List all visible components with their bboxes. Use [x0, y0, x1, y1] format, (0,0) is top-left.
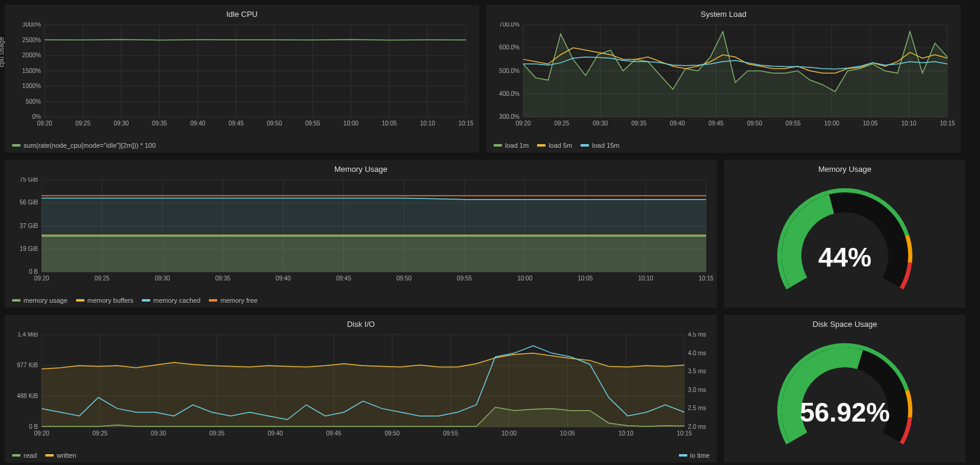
svg-text:10:00: 10:00: [343, 120, 358, 127]
legend-item[interactable]: memory buffers: [76, 297, 133, 304]
svg-text:3.0 ms: 3.0 ms: [688, 387, 706, 393]
svg-text:09:40: 09:40: [268, 430, 283, 437]
panel-title: System Load: [490, 8, 957, 22]
svg-text:600.0%: 600.0%: [499, 44, 520, 51]
legend-item[interactable]: read: [12, 452, 37, 459]
panel-idle-cpu[interactable]: Idle CPU cpu usage 0%500%1000%1500%2000%…: [5, 5, 479, 153]
gauge-disk: 56.92%: [728, 332, 962, 461]
svg-text:09:50: 09:50: [384, 430, 399, 437]
svg-text:488 KiB: 488 KiB: [17, 393, 38, 399]
svg-text:10:15: 10:15: [676, 430, 692, 437]
panel-disk-io[interactable]: Disk I/O 0 B488 KiB977 KiB1.4 MiB2.0 ms2…: [5, 315, 717, 463]
svg-text:400.0%: 400.0%: [499, 90, 520, 97]
svg-text:10:10: 10:10: [902, 120, 917, 127]
svg-text:09:40: 09:40: [190, 120, 205, 127]
legend-system-load: load 1m load 5m load 15m: [490, 139, 957, 151]
svg-text:09:45: 09:45: [229, 120, 244, 127]
svg-text:09:30: 09:30: [113, 120, 129, 127]
svg-text:1000%: 1000%: [22, 83, 41, 89]
legend-item[interactable]: load 1m: [494, 142, 529, 149]
legend-item[interactable]: memory free: [209, 297, 258, 304]
svg-text:2500%: 2500%: [22, 37, 41, 43]
gauge-value: 44%: [818, 242, 871, 273]
svg-text:700.0%: 700.0%: [499, 22, 520, 28]
svg-text:09:25: 09:25: [75, 120, 91, 127]
svg-text:4.0 ms: 4.0 ms: [688, 350, 706, 356]
chart-system-load[interactable]: 300.0%400.0%500.0%600.0%700.0%09:2009:25…: [490, 22, 957, 139]
svg-text:09:20: 09:20: [34, 430, 49, 437]
svg-text:1.4 MiB: 1.4 MiB: [18, 332, 38, 338]
panel-memory-gauge[interactable]: Memory Usage 44%: [724, 160, 966, 308]
legend-item[interactable]: memory cached: [142, 297, 200, 304]
svg-text:09:40: 09:40: [670, 120, 685, 127]
svg-text:10:15: 10:15: [940, 120, 955, 127]
svg-text:500%: 500%: [25, 98, 41, 105]
svg-text:3.5 ms: 3.5 ms: [688, 368, 706, 375]
svg-text:10:15: 10:15: [698, 275, 713, 282]
legend-idle-cpu: sum(rate(node_cpu{mode="idle"}[2m])) * 1…: [8, 139, 476, 151]
svg-text:0 B: 0 B: [29, 268, 38, 275]
svg-text:09:45: 09:45: [708, 120, 724, 127]
svg-text:10:00: 10:00: [824, 120, 839, 127]
svg-text:2.0 ms: 2.0 ms: [688, 423, 706, 430]
svg-text:09:45: 09:45: [336, 275, 351, 282]
svg-text:10:10: 10:10: [619, 430, 634, 437]
svg-text:75 GiB: 75 GiB: [19, 177, 38, 183]
chart-idle-cpu[interactable]: 0%500%1000%1500%2000%2500%3000%09:2009:2…: [8, 22, 476, 139]
panel-disk-gauge[interactable]: Disk Space Usage 56.92%: [724, 315, 966, 463]
svg-text:10:05: 10:05: [560, 430, 575, 437]
svg-text:09:40: 09:40: [276, 275, 291, 282]
svg-text:0 B: 0 B: [29, 423, 38, 430]
panel-title: Memory Usage: [728, 163, 962, 177]
svg-text:09:30: 09:30: [151, 430, 166, 437]
svg-text:09:45: 09:45: [326, 430, 342, 437]
svg-text:10:05: 10:05: [382, 120, 397, 127]
svg-text:10:15: 10:15: [458, 120, 473, 127]
svg-text:2000%: 2000%: [22, 52, 41, 59]
svg-text:09:50: 09:50: [747, 120, 762, 127]
legend-item[interactable]: load 5m: [537, 142, 572, 149]
svg-text:09:25: 09:25: [95, 275, 110, 282]
svg-text:2.5 ms: 2.5 ms: [688, 405, 706, 411]
legend-item[interactable]: sum(rate(node_cpu{mode="idle"}[2m])) * 1…: [12, 142, 156, 149]
svg-text:1500%: 1500%: [22, 68, 41, 74]
panel-system-load[interactable]: System Load 300.0%400.0%500.0%600.0%700.…: [486, 5, 961, 153]
svg-text:0%: 0%: [33, 113, 42, 120]
svg-text:09:25: 09:25: [554, 120, 569, 127]
panel-title: Disk Space Usage: [728, 318, 962, 332]
legend-item[interactable]: load 15m: [581, 142, 619, 149]
svg-text:09:55: 09:55: [305, 120, 320, 127]
svg-text:500.0%: 500.0%: [499, 68, 520, 74]
svg-text:09:55: 09:55: [786, 120, 801, 127]
svg-text:10:05: 10:05: [578, 275, 593, 282]
svg-text:09:20: 09:20: [37, 120, 52, 127]
legend-disk-io: read written io time: [8, 449, 713, 461]
svg-text:37 GiB: 37 GiB: [19, 223, 38, 229]
svg-text:10:10: 10:10: [638, 275, 653, 282]
svg-text:09:55: 09:55: [443, 430, 458, 437]
panel-memory-usage-ts[interactable]: Memory Usage 0 B19 GiB37 GiB56 GiB75 GiB…: [5, 160, 717, 308]
svg-text:09:35: 09:35: [152, 120, 167, 127]
svg-text:09:20: 09:20: [515, 120, 530, 127]
chart-memory-usage[interactable]: 0 B19 GiB37 GiB56 GiB75 GiB09:2009:2509:…: [8, 177, 713, 294]
panel-title: Memory Usage: [8, 163, 713, 177]
svg-text:09:50: 09:50: [396, 275, 412, 282]
svg-text:10:00: 10:00: [501, 430, 517, 437]
svg-text:09:25: 09:25: [92, 430, 107, 437]
svg-text:09:20: 09:20: [34, 275, 49, 282]
panel-title: Idle CPU: [8, 8, 476, 22]
gauge-value: 56.92%: [800, 397, 889, 428]
svg-text:09:35: 09:35: [215, 275, 231, 282]
legend-item[interactable]: written: [45, 452, 76, 459]
y-axis-label: cpu usage: [0, 36, 5, 67]
svg-text:09:35: 09:35: [209, 430, 224, 437]
svg-text:56 GiB: 56 GiB: [19, 199, 38, 206]
svg-text:09:50: 09:50: [267, 120, 282, 127]
legend-item[interactable]: memory usage: [12, 297, 68, 304]
svg-text:10:00: 10:00: [517, 275, 532, 282]
chart-disk-io[interactable]: 0 B488 KiB977 KiB1.4 MiB2.0 ms2.5 ms3.0 …: [8, 332, 713, 449]
svg-text:977 KiB: 977 KiB: [17, 362, 38, 369]
svg-text:19 GiB: 19 GiB: [19, 245, 38, 252]
svg-text:09:30: 09:30: [155, 275, 170, 282]
legend-item[interactable]: io time: [679, 452, 710, 459]
